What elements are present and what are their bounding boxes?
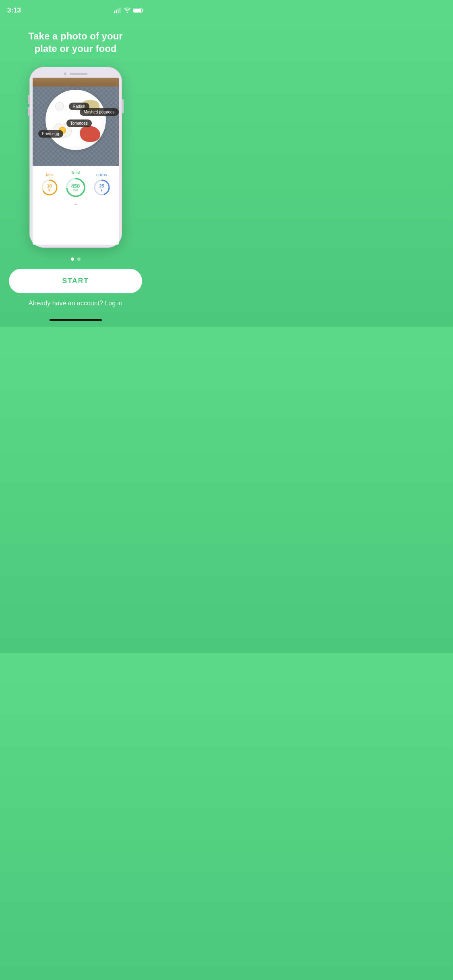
home-indicator xyxy=(50,319,102,321)
phone-right-buttons xyxy=(122,99,124,113)
dot-inactive xyxy=(77,257,81,261)
volume-up-button xyxy=(28,95,29,104)
food-radish xyxy=(55,102,64,111)
fats-label: fats xyxy=(46,172,53,177)
total-value: 450 Cal xyxy=(65,177,87,198)
svg-rect-0 xyxy=(114,11,115,13)
carbs-label: carbs xyxy=(96,172,107,177)
signal-icon xyxy=(114,8,121,13)
total-ring: 450 Cal xyxy=(65,177,87,198)
nutrition-carbs: carbs 25 g xyxy=(93,172,111,196)
fats-value: 10 g xyxy=(41,179,58,196)
wifi-icon xyxy=(124,8,131,13)
battery-icon xyxy=(133,8,144,13)
speaker-icon xyxy=(70,73,87,75)
label-fried-egg: Fried egg xyxy=(38,130,63,138)
nutrition-section: fats 10 g xyxy=(33,166,119,245)
phone-mockup-wrapper: Radish Mashed potatoes Tomatoes Fried eg… xyxy=(0,67,151,248)
dot-active xyxy=(71,257,74,261)
phone-screen: Radish Mashed potatoes Tomatoes Fried eg… xyxy=(33,78,119,245)
fats-ring: 10 g xyxy=(41,179,58,196)
nutrition-row: fats 10 g xyxy=(35,170,116,198)
food-tomatoes xyxy=(80,126,100,142)
label-mashed-potatoes: Mashed potatoes xyxy=(80,108,119,116)
nutrition-fats: fats 10 g xyxy=(41,172,58,196)
page-headline: Take a photo of your plate or your food xyxy=(0,18,151,63)
carbs-value: 25 g xyxy=(93,179,111,196)
front-camera-icon xyxy=(64,72,66,75)
label-tomatoes: Tomatoes xyxy=(66,119,92,127)
svg-rect-2 xyxy=(118,8,119,13)
svg-rect-1 xyxy=(116,10,117,13)
pagination-dots xyxy=(0,257,151,261)
status-icons xyxy=(114,8,144,13)
phone-mockup: Radish Mashed potatoes Tomatoes Fried eg… xyxy=(29,67,122,248)
status-time: 3:13 xyxy=(7,6,21,14)
nutrition-total: Total 450 Cal xyxy=(65,170,87,198)
phone-left-buttons xyxy=(28,95,29,116)
power-button xyxy=(122,99,124,113)
svg-point-4 xyxy=(127,12,128,13)
expand-chevron-icon[interactable]: ⌄ xyxy=(73,198,78,208)
volume-down-button xyxy=(28,107,29,116)
svg-rect-6 xyxy=(134,9,141,12)
start-button-wrapper: START xyxy=(0,269,151,293)
food-photo: Radish Mashed potatoes Tomatoes Fried eg… xyxy=(33,78,119,166)
status-bar: 3:13 xyxy=(0,0,151,18)
login-link[interactable]: Already have an account? Log in xyxy=(0,300,151,315)
phone-top-notch xyxy=(33,72,119,75)
start-button[interactable]: START xyxy=(9,269,142,293)
carbs-ring: 25 g xyxy=(93,179,111,196)
svg-rect-3 xyxy=(120,8,121,13)
total-label: Total xyxy=(71,170,80,175)
